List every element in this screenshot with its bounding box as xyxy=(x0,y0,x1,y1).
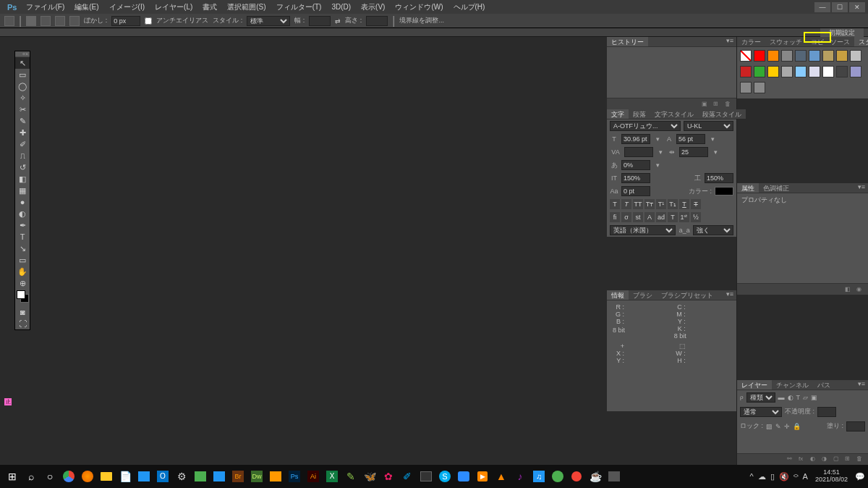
dreamweaver-icon[interactable]: Dw xyxy=(247,467,266,486)
excel-icon[interactable]: X xyxy=(323,467,341,486)
aa-select[interactable]: 強く xyxy=(693,225,733,235)
menu-window[interactable]: ウィンドウ(W) xyxy=(390,1,448,14)
filter-smart-icon[interactable]: ▣ xyxy=(811,394,817,401)
style-swatch[interactable] xyxy=(795,50,807,62)
screenmode-tool[interactable]: ⛶ xyxy=(15,318,30,329)
layer-filter-select[interactable]: 種類 xyxy=(746,392,775,403)
skype-icon[interactable]: S xyxy=(435,467,454,486)
globe-icon[interactable] xyxy=(548,467,567,486)
lasso-tool[interactable]: ◯ xyxy=(15,80,30,92)
tab-swatches[interactable]: スウォッチ xyxy=(765,37,807,46)
style-swatch[interactable] xyxy=(754,82,765,93)
stamp-tool[interactable]: ⎍ xyxy=(15,150,30,161)
vlc-icon[interactable]: ▲ xyxy=(492,467,511,486)
foreground-color[interactable] xyxy=(17,290,25,299)
blur-tool[interactable]: ● xyxy=(15,196,30,208)
tab-brush[interactable]: ブラシ xyxy=(629,290,657,300)
style-swatch[interactable] xyxy=(781,66,793,77)
marquee-tool[interactable]: ▭ xyxy=(15,69,30,80)
settings-icon[interactable]: ⚙ xyxy=(172,467,191,486)
zoom-icon[interactable] xyxy=(454,467,473,486)
history-snap-icon[interactable]: ▣ xyxy=(702,101,710,108)
props-menu-icon[interactable]: ▾≡ xyxy=(855,183,868,193)
fill-input[interactable] xyxy=(846,421,865,432)
style-swatch[interactable] xyxy=(767,50,779,62)
explorer-icon[interactable] xyxy=(97,467,116,486)
layer-group-icon[interactable]: ▢ xyxy=(833,455,842,463)
tab-paragraph[interactable]: 段落 xyxy=(629,109,650,119)
hscale-input[interactable] xyxy=(705,173,733,183)
layer-link-icon[interactable]: ⚯ xyxy=(787,455,796,463)
tray-ime-icon[interactable]: A xyxy=(803,472,808,481)
tab-clonesrc[interactable]: コピーソース xyxy=(807,37,854,46)
menu-filter[interactable]: フィルター(T) xyxy=(271,1,327,14)
gradient-tool[interactable]: ▦ xyxy=(15,185,30,196)
app-icon-6[interactable]: ✐ xyxy=(398,467,417,486)
width-input[interactable] xyxy=(309,16,331,26)
history-brush-tool[interactable]: ↺ xyxy=(15,161,30,173)
tab-charstyle[interactable]: 文字スタイル xyxy=(650,109,698,119)
app-icon-7[interactable]: ♪ xyxy=(511,467,529,486)
outlook-icon[interactable]: O xyxy=(153,467,172,486)
tab-properties[interactable]: 属性 xyxy=(737,183,759,193)
filter-pixel-icon[interactable]: ▬ xyxy=(778,394,785,401)
cortana-icon[interactable]: ○ xyxy=(41,467,59,486)
height-input[interactable] xyxy=(366,16,388,26)
tab-color[interactable]: カラー xyxy=(737,37,765,46)
tab-layers[interactable]: レイヤー xyxy=(737,380,772,390)
butterfly-icon[interactable]: 🦋 xyxy=(360,467,379,486)
style-swatch[interactable] xyxy=(809,50,820,62)
tab-styles[interactable]: スタイル xyxy=(854,37,868,46)
tool-preset-icon[interactable] xyxy=(4,16,14,26)
brush-tool[interactable]: ✐ xyxy=(15,138,30,150)
history-menu-icon[interactable]: ▾≡ xyxy=(723,37,736,46)
style-swatch[interactable] xyxy=(781,50,793,62)
photos-icon[interactable] xyxy=(135,467,153,486)
chrome-icon[interactable] xyxy=(59,467,78,486)
color-picker[interactable] xyxy=(15,289,30,306)
wand-tool[interactable]: ✧ xyxy=(15,92,30,104)
lock-pixel-icon[interactable]: ✎ xyxy=(775,423,781,430)
workspace-switcher[interactable]: 初期設定 xyxy=(820,28,864,37)
app-icon-5[interactable]: ✿ xyxy=(379,467,398,486)
superscript-button[interactable]: T¹ xyxy=(656,199,666,209)
menu-edit[interactable]: 編集(E) xyxy=(69,1,103,14)
tray-battery-icon[interactable]: ▯ xyxy=(770,472,775,481)
style-select[interactable]: 標準 xyxy=(247,16,290,26)
ot-frac-button[interactable]: ½ xyxy=(691,212,701,222)
style-swatch[interactable] xyxy=(754,50,765,62)
shape-tool[interactable]: ▭ xyxy=(15,254,30,266)
tracking-input[interactable] xyxy=(679,147,708,157)
menu-image[interactable]: イメージ(I) xyxy=(104,1,150,14)
style-swatch[interactable] xyxy=(809,66,820,77)
app-icon-3[interactable] xyxy=(266,467,285,486)
vscale-input[interactable] xyxy=(621,173,650,183)
layer-new-icon[interactable]: ⊞ xyxy=(845,455,854,463)
style-swatch[interactable] xyxy=(850,50,861,62)
layers-menu-icon[interactable]: ▾≡ xyxy=(855,380,868,390)
filter-text-icon[interactable]: T xyxy=(796,394,801,401)
layer-delete-icon[interactable]: 🗑 xyxy=(856,455,865,463)
style-swatch[interactable] xyxy=(836,50,848,62)
opacity-input[interactable] xyxy=(817,407,836,417)
tab-history[interactable]: ヒストリー xyxy=(607,37,648,46)
leading-input[interactable] xyxy=(676,134,705,144)
tray-clock[interactable]: 14:51 2021/08/02 xyxy=(812,469,851,484)
tab-adjustments[interactable]: 色調補正 xyxy=(759,183,793,193)
history-delete-icon[interactable]: 🗑 xyxy=(725,101,733,108)
tray-vol-icon[interactable]: 🔇 xyxy=(779,472,789,481)
bridge-icon[interactable]: Br xyxy=(229,467,247,486)
ot-ad-button[interactable]: ad xyxy=(656,212,666,222)
props-icon-1[interactable]: ◧ xyxy=(845,286,854,293)
ot-t1-button[interactable]: T xyxy=(668,212,678,222)
notepad-icon[interactable]: 📄 xyxy=(116,467,135,486)
tray-wifi-icon[interactable]: ⌔ xyxy=(793,472,799,481)
menu-type[interactable]: 書式 xyxy=(197,1,222,14)
ot-o-button[interactable]: σ xyxy=(621,212,631,222)
app-icon-2[interactable] xyxy=(210,467,229,486)
italic-button[interactable]: T xyxy=(621,199,631,209)
kerning-input[interactable] xyxy=(624,147,653,157)
type-tool[interactable]: T xyxy=(15,231,30,243)
style-swatch[interactable] xyxy=(822,66,834,77)
record-icon[interactable] xyxy=(567,467,586,486)
